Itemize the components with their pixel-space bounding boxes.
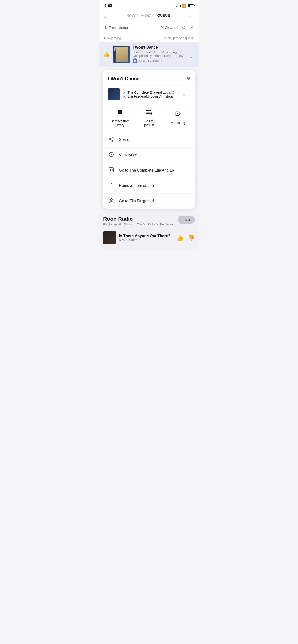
device-icon: 🖥 xyxy=(160,59,163,62)
nav-header: ‹ NOW PLAYING QUEUE ··· xyxy=(99,10,199,20)
svg-point-18 xyxy=(111,154,112,155)
thumbs-up-button[interactable]: 👍 xyxy=(177,234,184,241)
track-artwork xyxy=(112,46,130,63)
thumbs-down-button[interactable]: 👎 xyxy=(188,234,195,241)
menu-header: I Won't Dance ♥ xyxy=(103,70,195,85)
menu-album-by: by Ella Fitzgerald, Louis Armstron xyxy=(123,94,180,98)
roon-radio-subtitle: Playing music Similar to That's Life by … xyxy=(103,222,175,226)
svg-point-12 xyxy=(112,137,113,138)
track-options-button[interactable]: ··· xyxy=(190,48,195,53)
svg-point-11 xyxy=(177,113,178,114)
shuffle-button[interactable]: ⨯ xyxy=(190,24,194,30)
next-track-title: Is There Anyone Out There? xyxy=(119,234,174,238)
menu-album-row: on The Complete Ella And Louis C by Ella… xyxy=(103,85,195,104)
drag-dots-1: ⠿ xyxy=(182,92,185,97)
menu-album-on: on The Complete Ella And Louis C xyxy=(123,90,180,94)
album-goto-icon xyxy=(108,167,115,174)
now-playing-row: 👍 I Won't Dance Ella Fitzgerald, Louis A… xyxy=(99,42,199,66)
svg-rect-2 xyxy=(117,110,119,114)
menu-album-actions: ⠿ ⠿ xyxy=(182,92,190,97)
track-drag-handle[interactable]: ∷ xyxy=(191,56,193,60)
heart-button[interactable]: ♥ xyxy=(187,75,190,82)
menu-album-info: on The Complete Ella And Louis C by Ella… xyxy=(123,90,180,98)
tag-icon xyxy=(175,111,181,119)
library-icon xyxy=(117,109,123,117)
trash-icon xyxy=(108,182,115,189)
battery-icon xyxy=(188,4,194,8)
back-button[interactable]: ‹ xyxy=(104,12,108,20)
added-by-avatar: B xyxy=(133,58,137,63)
view-lyrics-button[interactable]: View lyrics... xyxy=(103,148,195,163)
svg-point-14 xyxy=(112,140,113,141)
share-button[interactable]: Share... xyxy=(103,132,195,148)
art-photo xyxy=(116,47,128,62)
context-menu: I Won't Dance ♥ on The Complete Ella And… xyxy=(103,70,195,209)
current-track-title: I Won't Dance xyxy=(133,45,187,50)
current-track-added: B Added by Brian 🖥 xyxy=(133,58,187,63)
remove-queue-label: Remove from queue xyxy=(119,184,154,188)
repeat-button[interactable]: ↺ xyxy=(182,24,186,30)
playlist-icon xyxy=(146,109,152,117)
view-lyrics-label: View lyrics... xyxy=(119,153,140,157)
action-icons-row: Remove fromlibrary Add toplaylist xyxy=(103,104,195,132)
queue-info-bar: 4:17 remaining ✕ Clear all ↺ ⨯ xyxy=(99,20,199,34)
svg-rect-4 xyxy=(121,110,122,114)
goto-artist-label: Go to Ella Fitzgerald xyxy=(119,199,154,203)
tab-now-playing[interactable]: NOW PLAYING xyxy=(126,14,152,20)
more-options-button[interactable]: ··· xyxy=(189,14,194,20)
queue-controls: ✕ Clear all ↺ ⨯ xyxy=(161,24,194,30)
status-time: 4:58 xyxy=(104,3,112,8)
next-track-info: Is There Anyone Out There? Ray Charles xyxy=(119,234,174,242)
current-track-composed: Composed by Jerome Kern, Dorothy xyxy=(133,54,187,58)
menu-track-title: I Won't Dance xyxy=(108,76,139,82)
svg-line-15 xyxy=(110,138,112,139)
track-row-actions: ··· ∷ xyxy=(190,48,195,60)
current-track-info: I Won't Dance Ella Fitzgerald, Louis Arm… xyxy=(133,45,187,63)
next-track-actions: 👍 👎 xyxy=(177,234,195,241)
roon-radio-title: Roon Radio xyxy=(103,216,175,222)
share-icon xyxy=(108,136,115,143)
next-track-row: Is There Anyone Out There? Ray Charles 👍… xyxy=(103,230,195,246)
svg-rect-23 xyxy=(110,184,113,187)
svg-rect-3 xyxy=(119,110,121,114)
svg-line-10 xyxy=(151,112,152,112)
next-track-art xyxy=(103,232,116,244)
svg-point-28 xyxy=(110,198,112,200)
end-radio-button[interactable]: END xyxy=(178,216,195,224)
status-bar: 4:58 📶 xyxy=(99,0,199,10)
nav-tabs: NOW PLAYING QUEUE xyxy=(126,13,170,20)
section-labels: Now playing Scroll up to see queue xyxy=(99,34,199,42)
now-playing-label: Now playing xyxy=(104,36,121,40)
drag-dots-2: ⠿ xyxy=(187,92,190,97)
next-track-artist: Ray Charles xyxy=(119,238,174,242)
remove-from-queue-button[interactable]: Remove from queue xyxy=(103,178,195,194)
signal-bars-icon xyxy=(176,4,181,8)
goto-artist-button[interactable]: Go to Ella Fitzgerald xyxy=(103,194,195,209)
svg-line-19 xyxy=(111,152,112,152)
add-playlist-label: Add toplaylist xyxy=(144,119,154,127)
goto-album-label: Go to The Complete Ella And Lo xyxy=(119,168,174,172)
clear-all-label: Clear all xyxy=(165,26,178,30)
artist-icon xyxy=(108,198,115,204)
remaining-time: 4:17 remaining xyxy=(104,26,128,30)
tab-queue[interactable]: QUEUE xyxy=(158,13,170,20)
current-track-artists: Ella Fitzgerald, Louis Armstrong, Her xyxy=(133,50,187,54)
added-by-text: Added by Brian xyxy=(139,59,159,62)
x-icon: ✕ xyxy=(161,25,164,30)
add-to-playlist-button[interactable]: Add toplaylist xyxy=(135,109,164,127)
svg-line-16 xyxy=(110,140,112,140)
remove-from-library-button[interactable]: Remove fromlibrary xyxy=(106,109,135,127)
add-to-tag-button[interactable]: Add to tag xyxy=(163,111,192,125)
wifi-icon: 📶 xyxy=(182,4,186,8)
roon-radio-info: Roon Radio Playing music Similar to That… xyxy=(103,216,175,226)
scroll-hint-label: Scroll up to see queue xyxy=(163,36,194,40)
remove-library-label: Remove fromlibrary xyxy=(111,119,129,127)
roon-radio-section: Roon Radio Playing music Similar to That… xyxy=(99,212,199,249)
status-icons: 📶 xyxy=(176,4,194,8)
clear-all-button[interactable]: ✕ Clear all xyxy=(161,25,178,30)
lyrics-icon xyxy=(108,152,115,158)
svg-point-22 xyxy=(111,170,112,170)
goto-album-button[interactable]: Go to The Complete Ella And Lo xyxy=(103,163,195,178)
thumbs-up-icon[interactable]: 👍 xyxy=(103,51,110,58)
share-label: Share... xyxy=(119,138,132,142)
